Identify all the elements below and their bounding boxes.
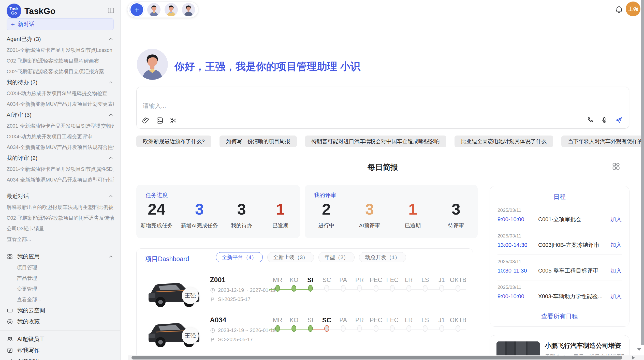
sidebar-section-header[interactable]: Agent已办 (3) (7, 34, 114, 45)
sidebar-conversation-item[interactable]: Z001-全新燃油轻卡产品开发项目SI造型提交物评审 (7, 121, 114, 131)
briefing-layout-grid-icon[interactable] (611, 162, 621, 171)
milestone-node (335, 325, 352, 336)
sidebar-tool-item[interactable]: AI超级员工 (7, 334, 114, 345)
stat-label: 待评审 (441, 222, 471, 229)
milestone-label: KO (286, 316, 302, 324)
sidebar-divider (0, 248, 120, 248)
sidebar-conversation-item[interactable]: Z001-全新燃油轻卡产品开发项目SI节点属性5D文件评审 (7, 164, 114, 174)
suggestion-chip[interactable]: 特朗普可能对进口汽车增税会对中国车企造成哪些影响 (305, 136, 446, 147)
dashboard-filter-chip[interactable]: 年型（2） (318, 252, 355, 262)
project-dates-text: 2023-12-19 ~ 2026-01-19 (218, 327, 276, 333)
sidebar-conversation-item[interactable]: C02-飞腾新能源轻客改款项目的闭环通告反馈情况 (7, 213, 114, 223)
sidebar-section-title: AI评审 (3) (7, 111, 32, 119)
milestone: SC (319, 316, 335, 336)
sidebar-collapse-icon[interactable] (107, 7, 115, 14)
sidebar-conversation-item[interactable]: Z001-全新燃油皮卡产品开发项目SI节点Lesson Learn报告 (7, 45, 114, 55)
sidebar-section-header[interactable]: 我的评审 (2) (7, 153, 114, 164)
dashboard-filter-chip[interactable]: 全新平台（4） (216, 252, 263, 262)
milestone: PA (335, 316, 352, 336)
stat-label: 新增AI完成任务 (181, 222, 218, 229)
sidebar-app-item[interactable]: 项目管理 (7, 262, 114, 273)
sidebar-section-header[interactable]: 最近对话 (7, 191, 114, 202)
project-date-range: 2023-12-19 ~ 2026-01-19 (210, 327, 276, 333)
add-agent-button[interactable]: + (130, 3, 143, 16)
join-meeting-link[interactable]: 加入 (610, 241, 622, 249)
schedule-item: 2025/03/119:00-10:00C001-立项审批会加入 (490, 203, 629, 229)
chat-input[interactable]: 请输入... (136, 87, 629, 129)
sidebar-section-header[interactable]: AI评审 (3) (7, 109, 114, 121)
milestone-dot (406, 325, 411, 332)
suggestion-chip[interactable]: 比亚迪全固态电池计划具体说了什么 (455, 136, 553, 147)
milestone-node (269, 285, 286, 296)
milestone-dot (357, 285, 362, 292)
sidebar-conversation-item[interactable]: C02-飞腾新能源轻客改款项目里程碑画布 (7, 55, 114, 66)
suggestion-chip[interactable]: 如何写一份清晰的项目周报 (219, 136, 297, 147)
stat-column: 3AI预评审 (354, 201, 385, 229)
sidebar-section-header[interactable]: 我的待办 (2) (7, 77, 114, 88)
teammate-avatar-2[interactable] (165, 3, 178, 16)
vertical-scrollbar-thumb[interactable] (641, 0, 644, 345)
sidebar-conversation-item[interactable]: C0X4-动力总成开发项目工程变更评审 (7, 131, 114, 142)
scroll-right-arrow-icon[interactable] (632, 356, 635, 360)
cloud-space-icon (7, 307, 13, 314)
milestone-node (302, 285, 319, 296)
dashboard-filter-chip[interactable]: 动总开发（1） (359, 252, 406, 262)
view-all-schedule-link[interactable]: 查看所有日程 (490, 312, 629, 320)
sidebar-item-favorites[interactable]: 我的收藏 (7, 316, 114, 327)
milestone-dot (406, 285, 411, 292)
milestone-node (433, 325, 450, 336)
dashboard-filter-chip[interactable]: 全新上装（3） (267, 252, 314, 262)
screenshot-scissors-icon[interactable] (170, 117, 177, 124)
user-avatar[interactable]: 王强 (626, 2, 640, 16)
sidebar-item-my-apps[interactable]: 我的应用 (7, 251, 114, 262)
image-upload-icon[interactable] (156, 117, 164, 124)
sidebar-conversation-item[interactable]: 查看全部... (7, 234, 114, 245)
stat-value: 3 (226, 201, 257, 218)
milestone-label: PR (352, 316, 368, 324)
milestone-label: PA (335, 276, 352, 284)
microphone-icon[interactable] (601, 116, 608, 124)
attachment-icon[interactable] (142, 117, 150, 124)
sidebar-conversation-item[interactable]: C0X4-动力总成开发项目SI里程碑提交物检查 (7, 88, 114, 99)
chevron-up-icon (108, 80, 114, 85)
milestone-node (401, 325, 417, 336)
milestone-dot (456, 285, 460, 292)
sidebar-app-item[interactable]: 产品管理 (7, 273, 114, 283)
suggestion-chip[interactable]: 当下年轻人对汽车外观有怎样的喜好趋势 (561, 136, 644, 147)
app-window: Task Go TaskGo + 新对话 Agent已办 (3)Z001-全新燃… (0, 0, 644, 360)
app-title: TaskGo (24, 6, 55, 16)
send-icon[interactable] (615, 116, 623, 124)
milestone-dot (324, 325, 329, 332)
stat-card-title: 我的评审 (305, 185, 478, 199)
new-chat-label: 新对话 (18, 20, 35, 28)
chat-input-placeholder: 请输入... (143, 102, 166, 110)
sidebar-conversation-item[interactable]: 解释最新出台的欧盟报废车法规再生塑料比例被调至15%... (7, 202, 114, 213)
daily-briefing-title: 每日简报 (136, 162, 629, 173)
sidebar-conversation-item[interactable]: 公司Q3轻卡销量 (7, 223, 114, 234)
sidebar-conversation-item[interactable]: A034-全新新能源MUV产品开发项目计划变更表编写 (7, 99, 114, 109)
join-meeting-link[interactable]: 加入 (610, 293, 622, 300)
voice-call-icon[interactable] (586, 116, 594, 124)
join-meeting-link[interactable]: 加入 (610, 267, 622, 275)
stat-row: 24新增完成任务3新增AI完成任务3我的待办1已逾期 (136, 201, 300, 229)
sidebar-conversation-item[interactable]: A034-全新新能源MUV产品开发项目法规符合性评审 (7, 142, 114, 153)
scroll-down-arrow-icon[interactable] (637, 348, 641, 351)
sidebar-tool-item[interactable]: 帮我写作 (7, 345, 114, 356)
new-chat-button[interactable]: + 新对话 (7, 18, 114, 30)
suggestion-chip[interactable]: 欧洲新规最近颁布了什么? (136, 136, 211, 147)
milestone: OKTB (450, 316, 466, 336)
sidebar-tool-item[interactable]: 创意制图 (7, 356, 114, 360)
milestone-dot (291, 285, 296, 292)
sidebar-app-item[interactable]: 查看全部... (7, 294, 114, 305)
sidebar-item-cloud-space[interactable]: 我的云空间 (7, 305, 114, 316)
teammate-avatar-1[interactable] (147, 3, 160, 16)
milestone: PEC (368, 276, 384, 296)
horizontal-scrollbar-thumb[interactable] (131, 356, 622, 359)
join-meeting-link[interactable]: 加入 (610, 216, 622, 223)
milestone: PR (352, 276, 368, 296)
sidebar-conversation-item[interactable]: C02-飞腾新能源轻客改款项目立项汇报方案 (7, 66, 114, 77)
teammate-avatar-3[interactable] (182, 3, 195, 16)
sidebar-app-item[interactable]: 变更管理 (7, 283, 114, 294)
notifications-bell-icon[interactable] (614, 5, 624, 14)
sidebar-conversation-item[interactable]: A034-全新新能源MUV产品开发项目造型可行性评审 (7, 174, 114, 185)
